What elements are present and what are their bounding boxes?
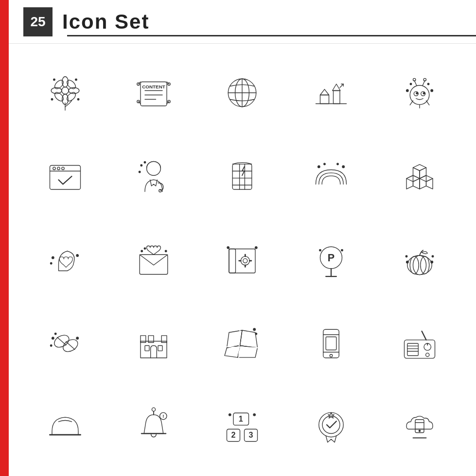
svg-point-12	[51, 99, 53, 101]
svg-point-106	[405, 255, 407, 257]
svg-line-125	[239, 330, 240, 359]
svg-line-32	[340, 84, 343, 87]
svg-text:1: 1	[239, 414, 243, 423]
svg-point-82	[141, 250, 143, 252]
svg-point-55	[159, 189, 161, 192]
svg-rect-115	[141, 341, 167, 358]
svg-point-113	[50, 345, 52, 347]
svg-point-84	[165, 250, 167, 252]
svg-point-111	[52, 337, 54, 340]
red-border	[0, 0, 9, 476]
svg-rect-86	[229, 249, 236, 273]
svg-text:3: 3	[249, 430, 253, 439]
svg-point-36	[416, 92, 418, 94]
svg-point-114	[76, 337, 79, 340]
svg-point-105	[406, 261, 408, 263]
svg-rect-120	[158, 346, 162, 351]
badge-icon	[289, 388, 373, 466]
svg-point-11	[75, 79, 77, 81]
cubes-icon	[378, 137, 461, 216]
svg-text:P: P	[327, 252, 334, 264]
svg-point-47	[410, 83, 412, 85]
svg-point-158	[322, 416, 340, 434]
radio-icon	[378, 304, 461, 383]
svg-point-102	[413, 255, 426, 275]
svg-point-94	[255, 247, 258, 249]
svg-rect-135	[407, 343, 419, 356]
svg-point-37	[423, 92, 425, 94]
phone-icon	[289, 304, 373, 383]
svg-point-52	[57, 167, 60, 170]
svg-text:2: 2	[231, 430, 236, 439]
svg-rect-30	[333, 91, 340, 104]
robot-icon	[378, 53, 461, 132]
svg-rect-119	[145, 346, 149, 351]
mind-heart-icon	[23, 221, 107, 299]
header-title: Icon Set	[62, 10, 149, 34]
svg-point-87	[241, 256, 250, 265]
svg-point-33	[410, 85, 429, 105]
svg-line-42	[410, 101, 413, 105]
svg-point-57	[144, 161, 146, 163]
svg-marker-71	[413, 179, 420, 189]
svg-rect-28	[320, 95, 329, 104]
svg-marker-122	[240, 330, 258, 348]
svg-marker-77	[420, 168, 426, 179]
svg-point-58	[139, 171, 141, 173]
svg-marker-159	[328, 412, 334, 418]
svg-point-112	[54, 333, 56, 335]
svg-point-10	[53, 79, 55, 81]
svg-point-107	[431, 261, 433, 263]
svg-point-128	[255, 333, 257, 335]
number-badge: 25	[23, 7, 53, 36]
svg-point-80	[76, 255, 79, 257]
browser-check-icon	[23, 137, 107, 216]
svg-point-101	[407, 255, 432, 275]
svg-rect-59	[233, 164, 252, 189]
svg-marker-76	[413, 168, 420, 179]
svg-marker-69	[406, 175, 413, 189]
growth-icon	[289, 53, 373, 132]
header: 25 Icon Set	[9, 0, 476, 44]
svg-text:!: !	[162, 413, 164, 419]
svg-point-53	[62, 167, 64, 170]
svg-point-163	[419, 430, 420, 431]
svg-point-100	[341, 249, 343, 251]
svg-text:CONTENT: CONTENT	[142, 84, 165, 89]
woman-doctor-icon	[112, 137, 195, 216]
cloud-phone-icon	[378, 388, 461, 466]
svg-point-56	[141, 165, 142, 167]
svg-point-51	[53, 167, 55, 170]
svg-marker-72	[420, 175, 426, 189]
svg-point-78	[52, 256, 54, 259]
globe-icon	[200, 53, 284, 132]
svg-point-108	[432, 255, 434, 257]
parking-icon: P	[289, 221, 373, 299]
svg-point-155	[229, 414, 231, 416]
helmet-icon	[23, 388, 107, 466]
svg-point-45	[406, 89, 408, 92]
svg-point-79	[50, 262, 52, 264]
content-icon: CONTENT	[112, 53, 195, 132]
blueprint-icon	[200, 221, 284, 299]
svg-point-156	[253, 414, 256, 416]
love-mail-icon	[112, 221, 195, 299]
svg-point-146	[152, 408, 156, 411]
svg-point-83	[144, 248, 146, 250]
svg-point-99	[319, 249, 321, 251]
svg-point-7	[53, 91, 65, 102]
svg-point-46	[431, 89, 433, 92]
svg-point-68	[336, 163, 338, 165]
svg-point-127	[253, 328, 256, 331]
svg-point-67	[342, 166, 345, 168]
svg-point-65	[317, 166, 320, 168]
svg-line-141	[422, 331, 426, 340]
alert-bell-icon: !	[112, 388, 195, 466]
svg-point-142	[425, 353, 429, 357]
header-line	[67, 35, 476, 36]
svg-marker-29	[320, 89, 329, 95]
icons-grid: CONTENT	[9, 44, 476, 476]
svg-rect-133	[326, 337, 336, 350]
number-blocks-icon: 1 2 3	[200, 388, 284, 466]
svg-marker-75	[413, 165, 426, 171]
